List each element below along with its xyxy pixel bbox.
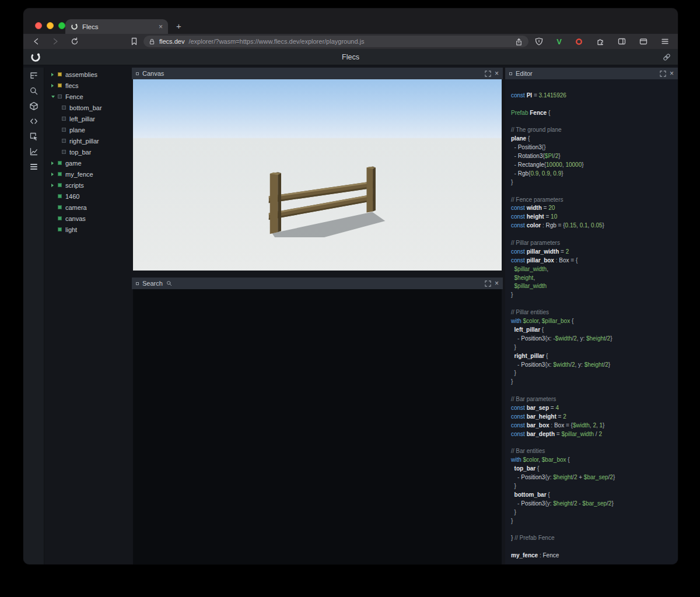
address-bar[interactable]: flecs.dev/explorer/?wasm=https://www.fle… [144,36,528,47]
forward-button[interactable] [51,37,60,46]
new-tab-button[interactable]: + [176,21,181,31]
statistics-chart-nav-icon[interactable] [29,147,38,156]
close-icon[interactable]: × [495,280,499,287]
browser-toolbar: flecs.dev/explorer/?wasm=https://www.fle… [23,34,678,49]
code-line: - Rgb{0.9, 0.9, 0.9} [511,170,678,178]
zoom-window-button[interactable] [58,22,65,29]
code-line: - Position3{y: $height/2 - $bar_sep/2} [511,500,678,508]
scene-cube-nav-icon[interactable] [29,101,38,111]
code-line: // Fence parameters [511,196,678,205]
chevron-right-icon[interactable] [51,69,58,80]
extensions-puzzle-icon[interactable] [596,37,605,46]
queries-list-nav-icon[interactable] [29,162,38,171]
menu-icon[interactable] [660,37,670,46]
code-line: } [511,508,678,517]
close-icon[interactable]: × [670,70,674,77]
tree-item-top_bar[interactable]: top_bar [48,146,130,157]
tab-bar: Flecs × + [23,8,678,34]
tree-item-label: Fence [65,93,83,100]
entity-tree: assembliesflecsFencebottom_barleft_pilla… [44,68,130,564]
entity-square-icon [58,172,62,176]
tree-item-left_pillar[interactable]: left_pillar [48,113,130,124]
entity-square-icon [58,161,62,165]
center-column: Canvas × [130,68,505,564]
editor-code[interactable]: const PI = 3.1415926 Prefab Fence { // T… [505,79,678,564]
url-path: /explorer/?wasm=https://www.flecs.dev/ex… [188,38,364,45]
tab-favicon [71,23,78,30]
tree-item-1460[interactable]: 1460 [48,191,130,202]
expand-icon[interactable] [485,71,491,77]
v-extension-icon[interactable]: V [556,37,562,46]
tab-close-icon[interactable]: × [159,23,163,30]
tree-item-scripts[interactable]: scripts [48,180,130,191]
tree-item-label: top_bar [69,149,91,156]
entity-square-icon [58,216,62,220]
tree-item-my_fence[interactable]: my_fence [48,168,130,180]
code-line: // Pillar entities [511,308,678,317]
canvas-panel-header: Canvas × [132,68,503,79]
wallet-icon[interactable] [639,37,648,46]
code-line: const bar_height = 2 [511,413,678,422]
panel-toggle-icon[interactable] [136,72,139,75]
tree-item-Fence[interactable]: Fence [48,91,130,102]
chevron-down-icon[interactable] [51,91,58,102]
tree-item-bottom_bar[interactable]: bottom_bar [48,102,130,113]
script-code-nav-icon[interactable] [29,117,38,126]
tree-item-right_pillar[interactable]: right_pillar [48,135,130,146]
reload-button[interactable] [70,37,79,46]
tree-item-light[interactable]: light [48,224,130,235]
tree-item-flecs[interactable]: flecs [48,80,130,91]
tree-item-label: my_fence [65,171,93,178]
share-icon[interactable] [514,37,523,46]
editor-panel: Editor × const PI = 3.1415926 Prefab Fen… [505,68,678,564]
code-line: Prefab Fence { [511,109,678,118]
search-results-area[interactable] [133,289,502,564]
code-line: left_pillar { [511,326,678,335]
canvas-3d-viewport[interactable] [133,79,502,271]
tree-item-game[interactable]: game [48,157,130,168]
code-line: } [511,291,678,300]
bookmark-icon[interactable] [130,37,139,46]
tab-flecs[interactable]: Flecs × [65,19,168,34]
search-nav-icon[interactable] [29,86,38,96]
close-icon[interactable]: × [495,70,499,77]
flecs-logo-icon[interactable] [30,52,41,65]
close-window-button[interactable] [35,22,42,29]
code-line [511,100,678,109]
entity-square-icon [62,117,66,121]
tree-item-label: game [65,160,82,167]
chevron-right-icon[interactable] [51,168,58,180]
permalink-icon[interactable] [663,53,671,64]
tree-item-plane[interactable]: plane [48,124,130,135]
code-line: - Rotation3{$PI/2} [511,152,678,161]
code-line: } [511,369,678,378]
entity-tree-nav-icon[interactable] [29,71,38,80]
code-line [511,118,678,127]
chevron-right-icon[interactable] [51,80,58,91]
code-line: } // Prefab Fence [511,534,678,543]
entity-square-icon [62,128,66,132]
chevron-right-icon[interactable] [51,157,58,168]
tree-item-assemblies[interactable]: assemblies [48,69,130,80]
inspect-nav-icon[interactable] [29,132,38,141]
code-line: right_pillar { [511,352,678,361]
tree-item-canvas[interactable]: canvas [48,213,130,224]
minimize-window-button[interactable] [47,22,54,29]
code-line: top_bar { [511,465,678,473]
panel-toggle-icon[interactable] [509,72,512,75]
sidebar-toggle-icon[interactable] [617,37,626,46]
panel-toggle-icon[interactable] [136,282,139,285]
tree-item-label: flecs [65,82,79,89]
code-line: } [511,482,678,491]
back-button[interactable] [32,37,41,46]
brave-shield-icon[interactable] [534,37,544,46]
red-ring-extension-icon[interactable] [574,37,583,46]
entity-square-icon [58,72,62,76]
tree-item-camera[interactable]: camera [48,202,130,213]
expand-icon[interactable] [660,71,666,77]
code-line: // The ground plane [511,126,678,135]
lock-icon [149,38,155,45]
chevron-right-icon[interactable] [51,180,58,191]
expand-icon[interactable] [485,280,491,287]
code-line [511,83,678,92]
